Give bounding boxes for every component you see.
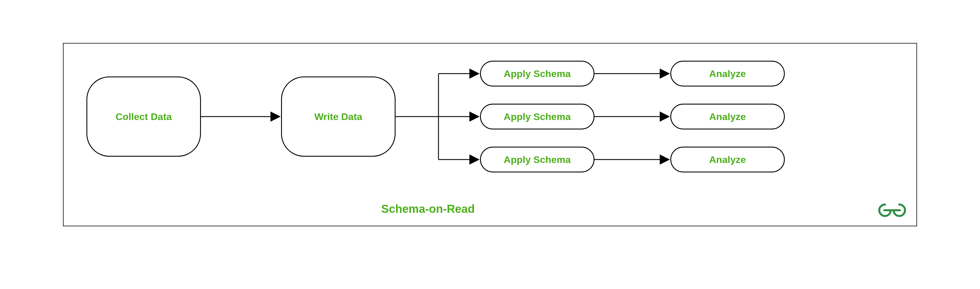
arrow-layer (64, 43, 916, 226)
diagram-title: Schema-on-Read (381, 203, 475, 216)
diagram-canvas: Collect Data Write Data Apply Schema App… (0, 0, 980, 289)
geeksforgeeks-logo-icon (877, 202, 908, 220)
diagram-frame: Collect Data Write Data Apply Schema App… (63, 43, 917, 226)
